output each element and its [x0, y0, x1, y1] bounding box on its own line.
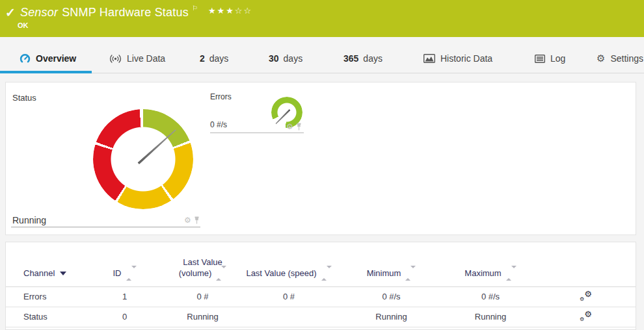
sort-descending-icon: [60, 272, 66, 275]
tab-365-days[interactable]: 365 days: [343, 51, 382, 66]
gear-icon-small: ⚙: [580, 317, 584, 322]
column-header-minimum[interactable]: Minimum: [338, 242, 445, 286]
minimum-cell: Running: [338, 307, 445, 327]
tab-2-days-number: 2: [200, 53, 205, 64]
channel-id-cell: 0: [84, 307, 165, 327]
tab-30-days-number: 30: [269, 53, 279, 64]
status-gauge-value: Running: [12, 215, 46, 225]
tab-live-data[interactable]: Live Data: [109, 51, 165, 66]
sensor-overview-page: ✓ SensorSNMP Hardware Status ⚐ ★★★☆☆ OK …: [0, 0, 644, 330]
sort-icon: [216, 268, 226, 279]
active-tab-indicator: [0, 71, 92, 73]
channel-id-cell: 1: [84, 286, 165, 307]
historic-chart-icon: [423, 54, 435, 63]
column-label: ID: [113, 268, 122, 278]
last-value-volume-cell: Running: [165, 307, 240, 327]
status-cell-actions: ⚙: [184, 216, 200, 224]
channel-name-cell: Errors: [6, 286, 84, 307]
last-value-volume-cell: 0 #: [165, 286, 240, 307]
tab-overview[interactable]: Overview: [20, 51, 76, 66]
tab-live-data-label: Live Data: [127, 53, 165, 64]
sensor-title-row: ✓ SensorSNMP Hardware Status ⚐ ★★★☆☆: [5, 4, 252, 21]
sensor-type-label: Sensor: [20, 6, 58, 19]
channels-panel: Channel ID Last Value (volume) Last Valu…: [5, 242, 636, 330]
sort-icon: [506, 268, 517, 279]
status-gauge-title: Status: [12, 93, 36, 103]
gear-icon[interactable]: ⚙: [286, 123, 293, 131]
gauge-icon: [20, 53, 31, 64]
sensor-header: ✓ SensorSNMP Hardware Status ⚐ ★★★☆☆ OK: [0, 0, 644, 37]
sensor-status-badge: OK: [18, 21, 29, 29]
column-label: Minimum: [367, 268, 401, 278]
flag-icon[interactable]: ⚐: [192, 5, 198, 12]
errors-gauge-title: Errors: [210, 92, 232, 101]
sort-icon: [405, 268, 416, 279]
column-header-id[interactable]: ID: [84, 242, 165, 286]
maximum-cell: Running: [445, 307, 536, 327]
table-row: Errors 1 0 # 0 # 0 #/s 0 #/s ⚙ ⚙: [6, 286, 636, 307]
pin-icon[interactable]: [296, 123, 302, 131]
column-label: Last Value (speed): [246, 268, 316, 278]
channel-actions-cell: ⚙ ⚙: [536, 307, 636, 327]
minimum-cell: 0 #/s: [338, 286, 445, 307]
column-header-actions: [536, 242, 636, 286]
live-data-icon: [109, 54, 122, 64]
errors-cell-divider: [210, 133, 304, 133]
tab-2-days-label: days: [209, 53, 229, 64]
tab-historic-data[interactable]: Historic Data: [423, 51, 492, 66]
tab-historic-data-label: Historic Data: [440, 53, 492, 64]
tab-30-days-label: days: [284, 53, 303, 64]
channel-settings-icon[interactable]: ⚙ ⚙: [580, 311, 592, 322]
column-label: Maximum: [464, 268, 501, 278]
maximum-cell: 0 #/s: [445, 286, 536, 307]
column-header-last-value-volume[interactable]: Last Value (volume): [165, 242, 240, 286]
errors-cell-actions: ⚙: [286, 123, 302, 131]
channels-table: Channel ID Last Value (volume) Last Valu…: [6, 242, 636, 327]
tab-log-label: Log: [550, 53, 565, 64]
errors-gauge-value: 0 #/s: [210, 120, 227, 129]
last-value-speed-cell: [240, 307, 338, 327]
tab-bar: Overview Live Data 2 days 30 days 365 da…: [0, 37, 644, 73]
sort-icon: [126, 268, 137, 279]
tab-365-days-number: 365: [343, 53, 358, 64]
gear-icon[interactable]: ⚙: [184, 216, 191, 224]
tab-log[interactable]: Log: [535, 51, 565, 66]
settings-gear-icon: ⚙: [597, 53, 605, 64]
column-label: Channel: [23, 268, 55, 278]
page-title: SensorSNMP Hardware Status: [20, 4, 189, 21]
log-list-icon: [535, 55, 545, 63]
gear-icon: ⚙: [584, 310, 592, 318]
column-header-maximum[interactable]: Maximum: [445, 242, 536, 286]
status-check-icon: ✓: [5, 5, 16, 21]
tab-overview-label: Overview: [36, 53, 76, 64]
channel-settings-icon[interactable]: ⚙ ⚙: [580, 290, 592, 301]
tab-settings-label: Settings: [610, 53, 643, 64]
gear-icon-small: ⚙: [580, 297, 584, 302]
sensor-name: SNMP Hardware Status: [62, 6, 189, 19]
gear-icon: ⚙: [584, 290, 592, 298]
column-header-channel[interactable]: Channel: [6, 242, 84, 286]
table-row: Status 0 Running Running Running ⚙ ⚙: [6, 307, 636, 327]
channel-name-cell: Status: [6, 307, 84, 327]
channel-actions-cell: ⚙ ⚙: [536, 286, 636, 307]
status-donut-gauge: [93, 109, 193, 209]
last-value-speed-cell: 0 #: [240, 286, 338, 307]
tab-30-days[interactable]: 30 days: [269, 51, 302, 66]
sort-icon: [321, 268, 332, 279]
table-header-row: Channel ID Last Value (volume) Last Valu…: [6, 242, 636, 286]
column-header-last-value-speed[interactable]: Last Value (speed): [240, 242, 338, 286]
tab-2-days[interactable]: 2 days: [200, 51, 228, 66]
tab-settings[interactable]: ⚙ Settings: [597, 51, 643, 66]
tab-365-days-label: days: [363, 53, 382, 64]
pin-icon[interactable]: [194, 216, 200, 224]
gauges-panel: Status Running ⚙ Errors 0 #/s ⚙: [5, 82, 636, 235]
status-cell-divider: [11, 227, 200, 227]
priority-stars[interactable]: ★★★☆☆: [208, 6, 252, 16]
